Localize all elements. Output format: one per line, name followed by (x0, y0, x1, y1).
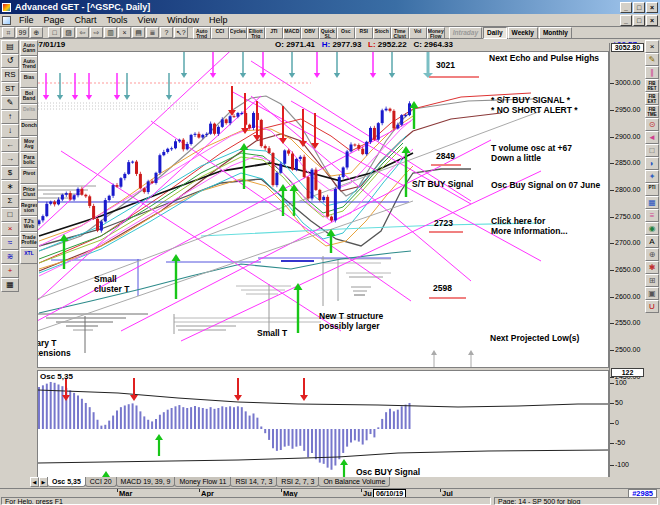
new-page-icon[interactable]: □ (48, 27, 61, 38)
price-scale-icon[interactable]: $ (1, 166, 19, 180)
watch-icon[interactable]: ◉ (645, 222, 659, 235)
close-button[interactable]: × (646, 2, 658, 13)
compass-icon[interactable]: ✦ (645, 170, 659, 183)
close-icon[interactable]: × (645, 40, 659, 53)
trend-channel-icon[interactable]: ∥ (645, 66, 659, 79)
link-icon[interactable]: ↺ (1, 54, 19, 68)
fib-time-icon[interactable]: FIB TME (645, 105, 659, 118)
ellipse-icon[interactable]: ⊙ (645, 118, 659, 131)
tool-button-bias[interactable]: Bias (20, 72, 38, 88)
study-button-jti[interactable]: JTI (265, 27, 283, 39)
fib-lines-icon[interactable]: ≋ (1, 250, 19, 264)
tab-cci-20[interactable]: CCI 20 (85, 477, 117, 487)
crosshair-icon[interactable]: + (1, 264, 19, 278)
undo-icon[interactable]: U (645, 300, 659, 313)
scroll-left-icon[interactable]: ← (1, 138, 19, 152)
gann-grid-icon[interactable]: ⊞ (645, 274, 659, 287)
child-minimize-button[interactable]: _ (620, 15, 632, 26)
scroll-up-icon[interactable]: ↑ (1, 110, 19, 124)
regression-channel-icon[interactable]: ◗ (645, 157, 659, 170)
delete-lines-icon[interactable]: × (1, 222, 19, 236)
forward-icon[interactable]: ⇨ (90, 27, 103, 38)
mob-icon[interactable]: ◄ (645, 131, 659, 144)
menu-tools[interactable]: Tools (102, 14, 133, 26)
study-button-stoch[interactable]: Stoch (373, 27, 391, 39)
menu-view[interactable]: View (133, 14, 162, 26)
tab-osc-5-35[interactable]: Osc 5,35 (47, 477, 86, 487)
levels-icon[interactable]: ≡ (645, 209, 659, 222)
price-chart[interactable] (38, 52, 608, 367)
tab-on-balance-volume[interactable]: On Balance Volume (318, 477, 390, 487)
tab-money-flow-11[interactable]: Money Flow 11 (174, 477, 231, 487)
study-button-obv[interactable]: OBV (301, 27, 319, 39)
zoom-tool-icon[interactable]: ⊕ (30, 27, 43, 38)
child-restore-button[interactable]: □ (633, 15, 645, 26)
open-chart-icon[interactable]: ▤ (1, 40, 19, 54)
menu-file[interactable]: File (14, 14, 39, 26)
study-button-macd[interactable]: MACD (283, 27, 301, 39)
bar-spacing-icon[interactable]: ∗ (1, 180, 19, 194)
open-folder-icon[interactable]: ▨ (62, 27, 75, 38)
study-button-elliott-trig[interactable]: Elliott Trig (247, 27, 265, 39)
tab-macd-19-39-9[interactable]: MACD 19, 39, 9 (116, 477, 176, 487)
tool-button-mov-avg[interactable]: Mov Avg (20, 136, 38, 152)
tool-button-auto-gann[interactable]: Auto Gann (20, 40, 38, 56)
tab-rsi-14-7-3[interactable]: RSI 14, 7, 3 (230, 477, 277, 487)
tool-button-price-clust[interactable]: Price Clust (20, 184, 38, 200)
elliott-wave-icon[interactable]: ≈ (1, 236, 19, 250)
pti-icon[interactable]: PTI (645, 183, 659, 196)
study-button-vol[interactable]: Vol (409, 27, 427, 39)
study-button-money-flow[interactable]: Money Flow (427, 27, 445, 39)
pointer-tool-icon[interactable]: ⌗ (2, 27, 15, 38)
study-button-rsi[interactable]: RSI (355, 27, 373, 39)
oscillator-panel[interactable]: Osc 5,35 Osc BUY Signal (37, 370, 609, 478)
zoom-in-icon[interactable]: ⊕ (645, 248, 659, 261)
menu-chart[interactable]: Chart (70, 14, 102, 26)
tool-button-donch[interactable]: Donch (20, 120, 38, 136)
scroll-down-icon[interactable]: ↓ (1, 124, 19, 138)
tab-scroll-left[interactable]: ◀ (30, 477, 39, 487)
reset-study-icon[interactable]: RS (1, 68, 19, 82)
study-button-osc[interactable]: Osc (337, 27, 355, 39)
fib-retracement-icon[interactable]: FIB RET (645, 79, 659, 92)
star-icon[interactable]: ✱ (645, 261, 659, 274)
restore-button[interactable]: □ (633, 2, 645, 13)
back-icon[interactable]: ⇦ (76, 27, 89, 38)
fib-extension-icon[interactable]: FIB EXT (645, 92, 659, 105)
delete-icon[interactable]: × (118, 27, 131, 38)
menu-window[interactable]: Window (162, 14, 204, 26)
study-button-auto-trnd[interactable]: Auto Trnd (193, 27, 211, 39)
scroll-right-icon[interactable]: → (1, 152, 19, 166)
gann-box-icon[interactable]: □ (645, 144, 659, 157)
tool-button-auto-trend[interactable]: Auto Trend (20, 56, 38, 72)
menu-page[interactable]: Page (39, 14, 70, 26)
help-icon[interactable]: ? (160, 27, 173, 38)
chart-window-icon[interactable] (2, 16, 11, 25)
box-select-icon[interactable]: □ (1, 208, 19, 222)
pencil-icon[interactable]: ✎ (645, 53, 659, 66)
copy-icon[interactable]: ▣ (645, 287, 659, 300)
chart-annotation-4[interactable]: Click here for More Information... (491, 216, 568, 236)
grid-icon[interactable]: ▦ (645, 196, 659, 209)
print-icon[interactable]: ≣ (146, 27, 159, 38)
tool-button-bol-band[interactable]: Bol Band (20, 88, 38, 104)
study-icon[interactable]: ST (1, 82, 19, 96)
price-chart-panel[interactable]: 3021284927232598Next Echo and Pulse High… (37, 51, 609, 368)
new-chart-icon[interactable]: ▤ (132, 27, 145, 38)
oscillator-chart[interactable] (38, 371, 608, 477)
child-close-button[interactable]: × (646, 15, 658, 26)
study-button-cci[interactable]: CCI (211, 27, 229, 39)
context-help-icon[interactable]: ↖? (174, 27, 188, 38)
study-button-quick-sl[interactable]: Quick SL (319, 27, 337, 39)
new-window-icon[interactable]: ▦ (1, 278, 19, 292)
copy-page-icon[interactable]: ▥ (104, 27, 117, 38)
tool-button-tj-s-web[interactable]: TJ's Web (20, 216, 38, 232)
tool-button-para-bolic[interactable]: Para bolic (20, 152, 38, 168)
quotes-icon[interactable]: 99 (16, 27, 29, 38)
period-monthly-button[interactable]: Monthly (539, 27, 572, 39)
tool-button-trade-profile[interactable]: Trade Profile (20, 232, 38, 248)
tool-button-pivot[interactable]: Pivot (20, 168, 38, 184)
period-daily-button[interactable]: Daily (483, 27, 507, 39)
tool-button-xtl[interactable]: XTL (20, 248, 38, 264)
study-button-cycles[interactable]: Cycles (229, 27, 247, 39)
